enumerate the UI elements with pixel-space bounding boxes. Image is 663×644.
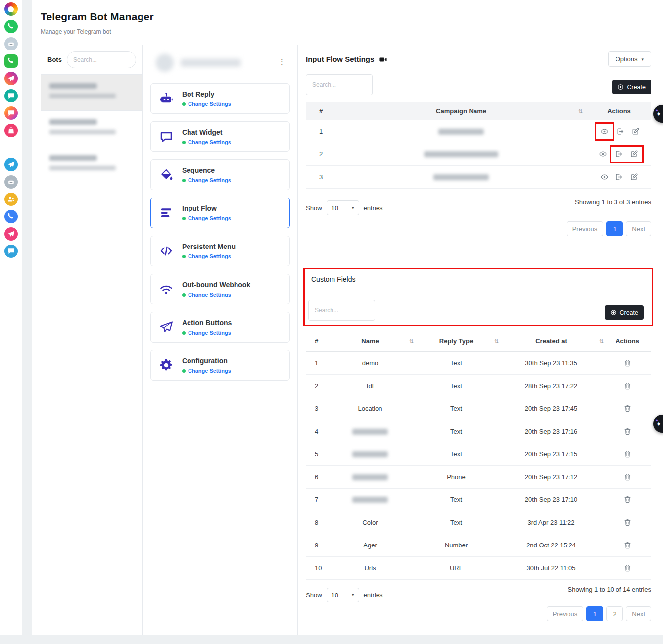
delete-icon[interactable] (623, 564, 632, 572)
field-created-at: 20th Sep 23 17:16 (499, 428, 604, 435)
page-button-2[interactable]: 2 (606, 606, 623, 621)
field-reply-type: Text (414, 405, 499, 412)
sort-icon[interactable]: ⇅ (409, 338, 414, 344)
custom-fields-search-input[interactable] (308, 300, 375, 321)
bot-list-item[interactable] (41, 111, 142, 147)
delete-icon[interactable] (623, 404, 632, 413)
chat-lines-icon[interactable] (4, 89, 18, 102)
sort-icon[interactable]: ⇅ (578, 108, 583, 114)
view-icon[interactable] (600, 173, 609, 181)
per-page-select[interactable]: 10 ▾ (327, 588, 359, 602)
edit-icon[interactable] (630, 173, 638, 181)
blurred-bot-name (49, 119, 97, 125)
edit-icon[interactable] (630, 150, 638, 158)
delete-icon[interactable] (623, 473, 632, 481)
bot-list-item[interactable] (41, 75, 142, 111)
change-settings-link[interactable]: Change Settings (182, 101, 231, 107)
members-icon[interactable] (4, 193, 18, 206)
field-reply-type: URL (414, 564, 499, 572)
delete-icon[interactable] (623, 382, 632, 390)
settings-card-out-bound-webhook[interactable]: Out-bound Webhook Change Settings (150, 274, 290, 304)
change-settings-link[interactable]: Change Settings (182, 139, 231, 145)
field-created-at: 20th Sep 23 17:10 (499, 496, 604, 503)
telegram-gradient-icon[interactable] (4, 72, 18, 85)
next-button[interactable]: Next (626, 221, 651, 236)
settings-card-persistent-menu[interactable]: Persistent Menu Change Settings (150, 236, 290, 266)
create-label: Create (627, 84, 646, 91)
telegram-pink-icon[interactable] (4, 227, 18, 241)
custom-field-row: 2 fdf Text 28th Sep 23 17:22 (306, 375, 651, 397)
kebab-menu-icon[interactable]: ⋮ (278, 57, 285, 66)
settings-card-bot-reply[interactable]: Bot Reply Change Settings (150, 83, 290, 114)
field-reply-type: Text (414, 382, 499, 390)
previous-button[interactable]: Previous (547, 606, 584, 621)
view-icon[interactable] (600, 127, 609, 136)
edit-icon[interactable] (631, 127, 640, 136)
custom-field-row: 9 Ager Number 2nd Oct 22 15:24 (306, 534, 651, 557)
field-name: Color (362, 519, 378, 526)
change-settings-link[interactable]: Change Settings (182, 253, 236, 259)
row-number: 2 (306, 150, 335, 158)
settings-card-input-flow[interactable]: Input Flow Change Settings (150, 198, 290, 228)
bot-gray-icon[interactable] (4, 175, 18, 189)
delete-icon[interactable] (623, 359, 632, 367)
settings-card-configuration[interactable]: Configuration Change Settings (150, 350, 290, 381)
app-logo-icon[interactable] (4, 2, 18, 16)
change-settings-link[interactable]: Change Settings (182, 215, 231, 221)
column-header-name[interactable]: Name⇅ (327, 337, 414, 345)
export-icon[interactable] (615, 173, 623, 181)
delete-icon[interactable] (623, 450, 632, 458)
column-header-created-at[interactable]: Created at⇅ (499, 337, 604, 345)
whatsapp-icon[interactable] (4, 20, 18, 33)
next-button[interactable]: Next (626, 606, 651, 621)
blurred-bot-username (49, 130, 116, 134)
create-campaign-button[interactable]: Create (612, 80, 651, 94)
telegram-icon[interactable] (4, 158, 18, 171)
settings-card-title: Configuration (182, 357, 231, 365)
page-button-1[interactable]: 1 (586, 606, 603, 621)
bot-assistant-icon[interactable] (4, 37, 18, 50)
export-icon[interactable] (616, 127, 625, 136)
red-highlight-box (595, 122, 614, 141)
contacts-icon[interactable] (4, 210, 18, 223)
bots-search-input[interactable] (67, 51, 136, 68)
shop-bag-icon[interactable] (4, 124, 18, 137)
delete-icon[interactable] (623, 518, 632, 527)
settings-card-chat-widget[interactable]: Chat Widget Change Settings (150, 121, 290, 152)
status-dot (182, 179, 186, 182)
per-page-select[interactable]: 10 ▾ (327, 200, 359, 215)
change-settings-link[interactable]: Change Settings (182, 368, 231, 374)
blurred-bot-name (181, 59, 241, 67)
settings-panel: ⋮ Bot Reply Change Settings Chat Widget … (143, 45, 298, 635)
content-panel: Input Flow Settings Options ▾ Create # C… (298, 45, 663, 635)
create-custom-field-button[interactable]: Create (605, 305, 644, 320)
options-button[interactable]: Options ▾ (608, 51, 651, 67)
bot-list-item[interactable] (41, 147, 142, 183)
page-button-1[interactable]: 1 (606, 221, 623, 236)
chat-blue-icon[interactable] (4, 245, 18, 258)
column-header-campaign-name[interactable]: Campaign Name⇅ (335, 107, 587, 115)
bots-panel: Bots (41, 45, 143, 635)
delete-icon[interactable] (623, 495, 632, 504)
campaign-search-input[interactable] (306, 74, 373, 95)
custom-fields-pagination: Previous12Next (306, 606, 651, 621)
export-icon[interactable] (615, 150, 623, 158)
settings-card-sequence[interactable]: Sequence Change Settings (150, 159, 290, 190)
delete-icon[interactable] (623, 541, 632, 549)
previous-button[interactable]: Previous (567, 221, 604, 236)
change-settings-link[interactable]: Change Settings (182, 330, 232, 336)
change-settings-link[interactable]: Change Settings (182, 177, 231, 183)
sort-icon[interactable]: ⇅ (599, 338, 604, 344)
delete-icon[interactable] (623, 427, 632, 436)
row-number: 6 (306, 473, 327, 481)
change-settings-link[interactable]: Change Settings (182, 292, 250, 297)
custom-fields-table-body: 1 demo Text 30th Sep 23 11:35 2 fdf Text… (306, 352, 651, 580)
column-header-reply-type[interactable]: Reply Type⇅ (414, 337, 499, 345)
messenger-gradient-icon[interactable] (4, 106, 18, 120)
whatsapp-business-icon[interactable] (4, 54, 18, 68)
page-title: Telegram Bot Manager (41, 11, 154, 23)
custom-field-row: 1 demo Text 30th Sep 23 11:35 (306, 352, 651, 375)
sort-icon[interactable]: ⇅ (494, 338, 499, 344)
view-icon[interactable] (599, 150, 607, 158)
settings-card-action-buttons[interactable]: Action Buttons Change Settings (150, 312, 290, 343)
